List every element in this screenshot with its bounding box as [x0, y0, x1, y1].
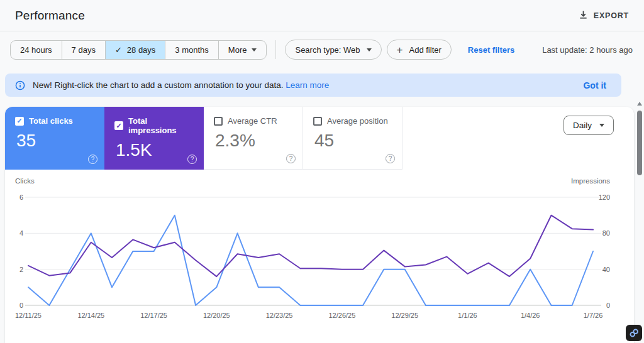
svg-text:12/11/25: 12/11/25 [15, 312, 42, 319]
help-icon[interactable]: ? [187, 155, 197, 164]
svg-text:0: 0 [19, 302, 23, 309]
svg-text:12/29/25: 12/29/25 [391, 312, 418, 319]
scrollbar-thumb[interactable] [637, 111, 642, 175]
add-filter-button[interactable]: + Add filter [387, 40, 452, 60]
metric-label: Total clicks [29, 116, 73, 126]
chip-24-hours[interactable]: 24 hours [11, 41, 62, 59]
metric-label: Average position [327, 116, 388, 126]
svg-text:12/17/25: 12/17/25 [140, 312, 167, 319]
chip-28-days[interactable]: ✓ 28 days [106, 41, 165, 59]
tile-total-clicks[interactable]: ✓ Total clicks 35 ? [5, 107, 104, 170]
chevron-down-icon [599, 124, 604, 127]
svg-text:12/26/25: 12/26/25 [328, 312, 355, 319]
performance-card: ✓ Total clicks 35 ? ✓ Total impressions … [5, 107, 634, 343]
plus-icon: + [397, 45, 403, 55]
checkbox-total-impressions[interactable]: ✓ [114, 121, 123, 130]
link-badge[interactable] [626, 325, 642, 341]
reset-filters-link[interactable]: Reset filters [468, 45, 514, 55]
metric-label: Total impressions [128, 116, 196, 135]
divider [275, 40, 276, 59]
help-icon[interactable]: ? [286, 154, 296, 163]
svg-text:120: 120 [599, 193, 610, 201]
performance-chart[interactable]: 61204802400012/11/2512/14/2512/17/2512/2… [5, 186, 634, 325]
svg-text:1/1/26: 1/1/26 [458, 312, 477, 319]
download-icon [579, 10, 588, 21]
date-range-group: 24 hours 7 days ✓ 28 days 3 months More [10, 40, 267, 60]
svg-text:6: 6 [19, 193, 23, 201]
checkbox-average-ctr[interactable] [214, 117, 223, 126]
info-icon [15, 80, 25, 90]
metric-tiles: ✓ Total clicks 35 ? ✓ Total impressions … [5, 107, 634, 170]
chip-more[interactable]: More [219, 41, 267, 59]
page-title: Performance [15, 9, 85, 23]
metric-value: 45 [314, 131, 394, 151]
granularity-label: Daily [573, 121, 592, 130]
check-icon: ✓ [115, 45, 122, 55]
filter-bar: 24 hours 7 days ✓ 28 days 3 months More … [0, 31, 644, 68]
tile-total-impressions[interactable]: ✓ Total impressions 1.5K ? [104, 107, 204, 170]
metric-value: 1.5K [116, 140, 196, 160]
svg-text:40: 40 [602, 266, 610, 273]
svg-text:2: 2 [19, 266, 23, 273]
metric-label: Average CTR [228, 116, 277, 126]
help-icon[interactable]: ? [386, 154, 395, 163]
add-filter-label: Add filter [409, 45, 441, 55]
left-axis-name: Clicks [15, 177, 35, 185]
tile-average-position[interactable]: Average position 45 ? [303, 107, 402, 170]
export-button[interactable]: EXPORT [579, 10, 629, 21]
checkbox-average-position[interactable] [313, 117, 322, 126]
chip-label: 3 months [175, 45, 208, 55]
search-type-button[interactable]: Search type: Web [285, 40, 381, 60]
svg-text:4: 4 [19, 229, 23, 237]
svg-text:1/4/26: 1/4/26 [521, 312, 540, 319]
chevron-down-icon [367, 48, 372, 52]
got-it-button[interactable]: Got it [583, 80, 606, 90]
chip-label: 24 hours [20, 45, 52, 55]
tile-average-ctr[interactable]: Average CTR 2.3% ? [204, 107, 303, 170]
svg-text:12/23/25: 12/23/25 [266, 312, 293, 319]
chip-7-days[interactable]: 7 days [62, 41, 106, 59]
chart-axis-names: Clicks Impressions [5, 177, 634, 185]
export-label: EXPORT [594, 11, 629, 20]
svg-text:0: 0 [606, 302, 610, 309]
chevron-down-icon [252, 48, 257, 52]
help-icon[interactable]: ? [88, 155, 97, 164]
svg-text:12/20/25: 12/20/25 [203, 312, 230, 319]
search-type-label: Search type: Web [295, 45, 360, 55]
right-axis-name: Impressions [571, 177, 610, 185]
scrollbar-up-icon[interactable] [637, 102, 642, 106]
chip-label: More [228, 45, 247, 55]
svg-text:1/7/26: 1/7/26 [584, 312, 603, 319]
metric-value: 35 [16, 131, 97, 151]
last-update-text: Last update: 2 hours ago [542, 45, 633, 55]
banner-text: New! Right-click the chart to add a cust… [33, 80, 329, 90]
banner-message: New! Right-click the chart to add a cust… [33, 80, 283, 90]
chip-label: 7 days [72, 45, 96, 55]
chip-label: 28 days [127, 45, 156, 55]
svg-text:80: 80 [602, 229, 610, 237]
svg-text:12/14/25: 12/14/25 [77, 312, 104, 319]
chip-3-months[interactable]: 3 months [165, 41, 218, 59]
granularity-dropdown[interactable]: Daily [564, 116, 614, 135]
metric-value: 2.3% [215, 131, 295, 151]
topbar: Performance EXPORT [0, 0, 644, 31]
announcement-banner: New! Right-click the chart to add a cust… [5, 74, 621, 97]
link-icon [628, 327, 640, 339]
scrollbar[interactable] [636, 102, 643, 343]
learn-more-link[interactable]: Learn more [286, 80, 329, 90]
checkbox-total-clicks[interactable]: ✓ [15, 117, 24, 126]
